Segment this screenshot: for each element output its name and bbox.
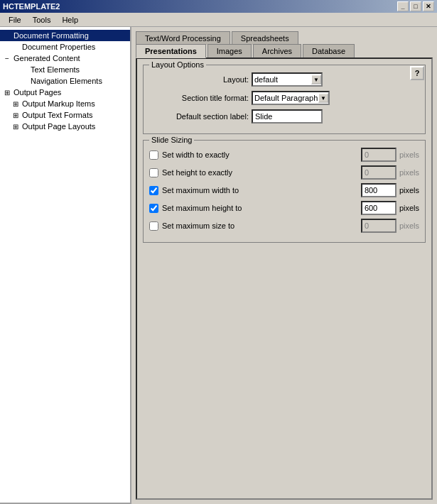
left-panel: Document Formatting Document Properties … bbox=[0, 27, 131, 504]
right-panel: Text/Word Processing Spreadsheets Presen… bbox=[131, 27, 437, 504]
set-max-width-input[interactable] bbox=[361, 183, 396, 197]
set-height-exactly-row: Set height to exactly pixels bbox=[149, 165, 419, 180]
tab-content: ? Layout Options Layout: default custom bbox=[136, 57, 433, 500]
layout-options-title: Layout Options bbox=[149, 60, 206, 69]
maximize-button[interactable]: □ bbox=[410, 1, 421, 11]
section-title-format-label: Section title format: bbox=[149, 94, 249, 102]
set-height-exactly-checkbox[interactable] bbox=[149, 168, 158, 177]
tree-item-doc-formatting[interactable]: Document Formatting bbox=[0, 30, 130, 41]
section-title-format-row: Section title format: Default Paragraph … bbox=[149, 91, 419, 105]
menu-file[interactable]: File bbox=[3, 14, 27, 26]
set-max-height-row: Set maximum height to pixels bbox=[149, 201, 419, 215]
tree-item-output-page-layouts[interactable]: ⊞ Output Page Layouts bbox=[0, 121, 130, 132]
main-container: Document Formatting Document Properties … bbox=[0, 27, 437, 504]
set-max-size-row: Set maximum size to pixels bbox=[149, 219, 419, 233]
slide-sizing-title: Slide Sizing bbox=[149, 136, 194, 144]
section-title-format-wrapper: Default Paragraph Heading 1 Heading 2 bbox=[252, 91, 330, 105]
set-max-width-row: Set maximum width to pixels bbox=[149, 183, 419, 197]
tab-database[interactable]: Database bbox=[303, 44, 355, 58]
tree-label: Output Pages bbox=[14, 88, 61, 97]
set-width-exactly-label: Set width to exactly bbox=[162, 150, 358, 159]
set-height-exactly-label: Set height to exactly bbox=[162, 168, 358, 177]
tabs-row1: Text/Word Processing Spreadsheets bbox=[136, 31, 433, 44]
tree-item-text-elements[interactable]: Text Elements bbox=[0, 64, 130, 75]
set-width-exactly-checkbox[interactable] bbox=[149, 150, 158, 160]
set-max-width-label: Set maximum width to bbox=[162, 186, 358, 195]
set-max-height-checkbox[interactable] bbox=[149, 204, 158, 213]
default-section-label-input[interactable] bbox=[252, 109, 323, 124]
title-bar-buttons[interactable]: _ □ ✕ bbox=[397, 1, 434, 11]
layout-select[interactable]: default custom bbox=[252, 72, 323, 87]
expand-icon: − bbox=[3, 55, 11, 62]
set-height-pixels-label: pixels bbox=[399, 168, 419, 177]
set-max-size-label: Set maximum size to bbox=[162, 221, 358, 230]
set-width-exactly-input bbox=[361, 148, 396, 162]
tab-images[interactable]: Images bbox=[207, 44, 252, 58]
close-button[interactable]: ✕ bbox=[423, 1, 434, 11]
tree-item-output-text[interactable]: ⊞ Output Text Formats bbox=[0, 109, 130, 121]
tree-item-output-pages[interactable]: ⊞ Output Pages bbox=[0, 87, 130, 98]
set-max-height-label: Set maximum height to bbox=[162, 204, 358, 212]
minimize-button[interactable]: _ bbox=[397, 1, 409, 11]
tree-label: Generated Content bbox=[14, 54, 80, 62]
expand-icon: ⊞ bbox=[11, 111, 20, 119]
window-title: HCTEMPLATE2 bbox=[3, 2, 60, 11]
tab-spreadsheets[interactable]: Spreadsheets bbox=[232, 31, 298, 45]
set-max-size-checkbox[interactable] bbox=[149, 221, 158, 231]
tab-presentations[interactable]: Presentations bbox=[136, 44, 206, 58]
layout-row: Layout: default custom bbox=[149, 72, 419, 87]
menu-tools[interactable]: Tools bbox=[27, 14, 57, 26]
set-max-width-pixels-label: pixels bbox=[399, 186, 419, 195]
expand-icon: ⊞ bbox=[3, 89, 11, 97]
tree-label: Document Properties bbox=[22, 43, 95, 51]
expand-icon: ⊞ bbox=[11, 100, 20, 108]
menu-help[interactable]: Help bbox=[56, 14, 84, 26]
layout-select-wrapper: default custom bbox=[252, 72, 323, 87]
set-max-size-pixels-label: pixels bbox=[399, 221, 419, 230]
tree-label: Output Page Layouts bbox=[22, 122, 95, 131]
tree-item-doc-properties[interactable]: Document Properties bbox=[0, 41, 130, 53]
tab-text-word[interactable]: Text/Word Processing bbox=[136, 31, 230, 45]
default-section-label-label: Default section label: bbox=[149, 112, 249, 121]
set-max-size-input bbox=[361, 219, 396, 233]
tree-item-generated-content[interactable]: − Generated Content bbox=[0, 53, 130, 64]
tree-label: Document Formatting bbox=[14, 31, 89, 40]
set-width-exactly-row: Set width to exactly pixels bbox=[149, 148, 419, 162]
expand-icon: ⊞ bbox=[11, 123, 20, 131]
layout-label: Layout: bbox=[149, 75, 249, 84]
set-height-exactly-input bbox=[361, 165, 396, 180]
slide-sizing-group: Slide Sizing Set width to exactly pixels… bbox=[143, 140, 426, 243]
title-bar: HCTEMPLATE2 _ □ ✕ bbox=[0, 0, 437, 13]
section-title-format-select[interactable]: Default Paragraph Heading 1 Heading 2 bbox=[252, 91, 330, 105]
set-max-height-input[interactable] bbox=[361, 201, 396, 215]
layout-options-group: Layout Options Layout: default custom Se… bbox=[143, 65, 426, 134]
tree-item-output-markup[interactable]: ⊞ Output Markup Items bbox=[0, 98, 130, 109]
tabs-row2: Presentations Images Archives Database bbox=[136, 44, 433, 57]
tree-label: Navigation Elements bbox=[31, 77, 102, 85]
set-max-width-checkbox[interactable] bbox=[149, 186, 158, 195]
tree-label: Output Text Formats bbox=[22, 111, 92, 119]
tree-label: Text Elements bbox=[31, 65, 80, 74]
tree-item-navigation-elements[interactable]: Navigation Elements bbox=[0, 75, 130, 87]
set-width-pixels-label: pixels bbox=[399, 150, 419, 159]
tab-archives[interactable]: Archives bbox=[253, 44, 301, 58]
default-section-label-row: Default section label: bbox=[149, 109, 419, 124]
set-max-height-pixels-label: pixels bbox=[399, 204, 419, 212]
menu-bar: File Tools Help bbox=[0, 13, 437, 27]
tree-label: Output Markup Items bbox=[22, 99, 95, 108]
